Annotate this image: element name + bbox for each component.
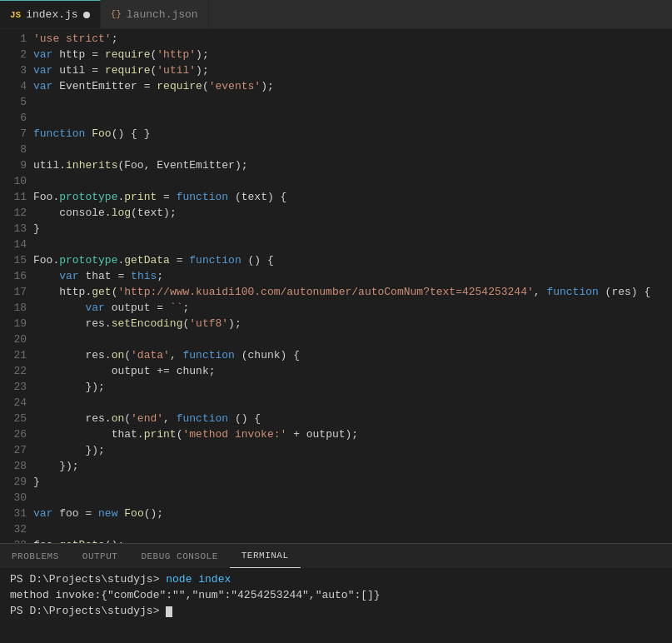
terminal-command-1: node index: [166, 573, 231, 586]
terminal-output: method invoke:{"comCode":"","num":"42542…: [10, 589, 381, 601]
terminal-cursor: [166, 606, 172, 617]
modified-dot: [83, 12, 90, 18]
tab-debug-console[interactable]: DEBUG CONSOLE: [129, 544, 229, 568]
terminal-content[interactable]: PS D:\Projects\studyjs> node index metho…: [0, 568, 672, 643]
tab-label-launch-json: launch.json: [127, 8, 198, 21]
tab-terminal[interactable]: TERMINAL: [230, 544, 301, 568]
panel-tabs: PROBLEMS OUTPUT DEBUG CONSOLE TERMINAL: [0, 544, 672, 568]
tab-index-js[interactable]: JS index.js: [0, 0, 101, 28]
tab-bar: JS index.js {} launch.json: [0, 0, 672, 29]
tab-launch-json[interactable]: {} launch.json: [101, 0, 209, 28]
terminal-line-1: PS D:\Projects\studyjs> node index: [10, 571, 662, 587]
tab-label-index-js: index.js: [26, 8, 77, 21]
tab-output[interactable]: OUTPUT: [71, 544, 130, 568]
js-icon: JS: [10, 10, 21, 20]
terminal-prompt-2: PS D:\Projects\studyjs>: [10, 605, 166, 617]
bottom-panel: PROBLEMS OUTPUT DEBUG CONSOLE TERMINAL P…: [0, 543, 672, 643]
terminal-line-3: PS D:\Projects\studyjs>: [10, 603, 662, 619]
code-editor[interactable]: 'use strict'; var http = require('http')…: [33, 29, 672, 543]
json-icon: {}: [111, 9, 122, 19]
terminal-line-2: method invoke:{"comCode":"","num":"42542…: [10, 587, 662, 603]
terminal-prompt-1: PS D:\Projects\studyjs>: [10, 573, 166, 586]
line-numbers: 12345 678910 1112131415 1617181920 21222…: [0, 29, 33, 543]
editor-area: 12345 678910 1112131415 1617181920 21222…: [0, 29, 672, 543]
tab-problems[interactable]: PROBLEMS: [0, 544, 71, 568]
